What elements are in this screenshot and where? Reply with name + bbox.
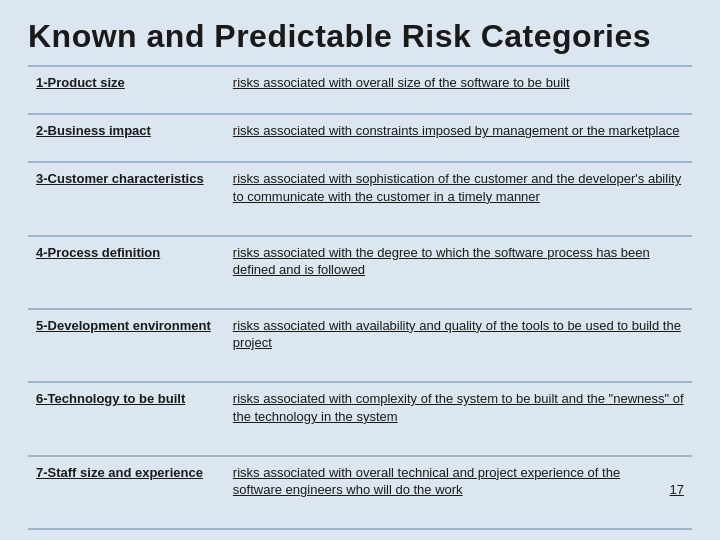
description-cell: risks associated with sophistication of … [225,162,692,235]
category-cell: 2-Business impact [28,114,225,162]
table-row: 5-Development environmentrisks associate… [28,309,692,382]
page-title: Known and Predictable Risk Categories [28,18,692,55]
table-row: 4-Process definitionrisks associated wit… [28,236,692,309]
table-row: 7-Staff size and experiencerisks associa… [28,456,692,529]
category-cell: 1-Product size [28,66,225,114]
last-description: risks associated with overall technical … [233,464,670,499]
last-row-wrapper: risks associated with overall technical … [233,464,684,499]
description-cell: risks associated with the degree to whic… [225,236,692,309]
category-cell: 3-Customer characteristics [28,162,225,235]
page-container: Known and Predictable Risk Categories 1-… [0,0,720,540]
description-cell: risks associated with overall size of th… [225,66,692,114]
table-row: 6-Technology to be builtrisks associated… [28,382,692,455]
category-cell: 4-Process definition [28,236,225,309]
category-cell: 7-Staff size and experience [28,456,225,529]
description-cell: risks associated with complexity of the … [225,382,692,455]
description-cell: risks associated with constraints impose… [225,114,692,162]
table-row: 1-Product sizerisks associated with over… [28,66,692,114]
page-number: 17 [670,479,684,499]
description-cell: risks associated with overall technical … [225,456,692,529]
description-cell: risks associated with availability and q… [225,309,692,382]
category-cell: 5-Development environment [28,309,225,382]
category-cell: 6-Technology to be built [28,382,225,455]
table-row: 3-Customer characteristicsrisks associat… [28,162,692,235]
risk-table: 1-Product sizerisks associated with over… [28,65,692,530]
table-row: 2-Business impactrisks associated with c… [28,114,692,162]
